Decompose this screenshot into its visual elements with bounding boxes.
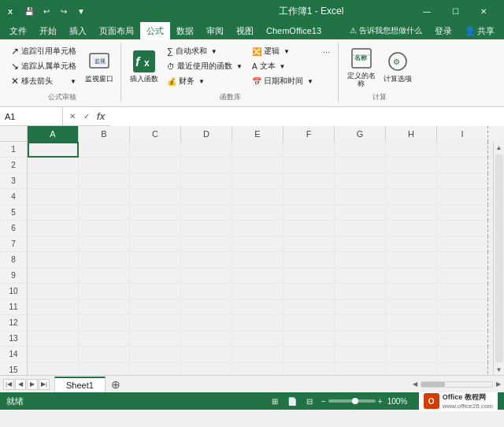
autosum-btn[interactable]: ∑ 自动求和 ▼	[164, 44, 246, 58]
cell-F8[interactable]	[284, 252, 335, 268]
cell-H6[interactable]	[386, 221, 437, 236]
cell-A6[interactable]	[28, 221, 79, 236]
cell-H4[interactable]	[386, 189, 437, 205]
cell-B13[interactable]	[79, 331, 130, 347]
cell-G15[interactable]	[335, 362, 386, 375]
cell-I10[interactable]	[437, 284, 488, 299]
cell-A7[interactable]	[28, 236, 79, 252]
datetime-dropdown[interactable]: ▼	[307, 78, 313, 85]
defined-names-btn[interactable]: 名称 定义的名称	[345, 44, 378, 90]
cell-B3[interactable]	[79, 173, 130, 189]
cell-G11[interactable]	[335, 299, 386, 315]
cell-I1[interactable]	[437, 142, 488, 158]
menu-data[interactable]: 数据	[170, 22, 200, 39]
logic-dropdown[interactable]: ▼	[284, 48, 290, 55]
insert-function-formula-btn[interactable]: fx	[94, 110, 107, 123]
cell-H15[interactable]	[386, 362, 437, 375]
cell-D5[interactable]	[181, 205, 232, 221]
watch-window-btn[interactable]: 监视 监视窗口	[83, 44, 116, 88]
cell-C15[interactable]	[130, 362, 181, 375]
cell-A4[interactable]	[28, 189, 79, 205]
cell-A10[interactable]	[28, 284, 79, 299]
cell-G12[interactable]	[335, 315, 386, 331]
cell-F4[interactable]	[284, 189, 335, 205]
calc-options-btn[interactable]: ⚙ 计算选项	[381, 44, 414, 88]
cell-E8[interactable]	[232, 252, 284, 268]
cell-I5[interactable]	[437, 205, 488, 221]
cell-I9[interactable]	[437, 268, 488, 284]
add-sheet-button[interactable]: ⊕	[109, 377, 123, 392]
share-btn[interactable]: 👤共享	[458, 22, 501, 39]
row-header-7[interactable]: 7	[0, 236, 27, 252]
cell-I13[interactable]	[437, 331, 488, 347]
cell-H8[interactable]	[386, 252, 437, 268]
text-btn[interactable]: A 文本 ▼	[249, 59, 317, 73]
cell-A5[interactable]	[28, 205, 79, 221]
maximize-button[interactable]: ☐	[441, 0, 469, 22]
cell-B5[interactable]	[79, 205, 130, 221]
row-header-10[interactable]: 10	[0, 284, 27, 299]
cell-E10[interactable]	[232, 284, 284, 299]
next-sheet-btn[interactable]: ▶	[27, 379, 38, 390]
qa-dropdown-btn[interactable]: ▼	[74, 4, 88, 18]
cell-G2[interactable]	[335, 158, 386, 173]
row-header-13[interactable]: 13	[0, 331, 27, 347]
undo-qa-btn[interactable]: ↩	[39, 4, 54, 18]
cell-G6[interactable]	[335, 221, 386, 236]
cell-F1[interactable]	[284, 142, 335, 158]
row-header-6[interactable]: 6	[0, 221, 27, 236]
row-header-2[interactable]: 2	[0, 158, 27, 173]
more-functions-btn[interactable]: ⋯	[320, 46, 333, 60]
col-header-C[interactable]: C	[130, 126, 181, 142]
cell-D2[interactable]	[181, 158, 232, 173]
cell-H14[interactable]	[386, 347, 437, 362]
cell-I12[interactable]	[437, 315, 488, 331]
cell-E5[interactable]	[232, 205, 284, 221]
confirm-formula-btn[interactable]: ✓	[80, 110, 93, 123]
cell-B1[interactable]	[79, 142, 130, 158]
cell-E2[interactable]	[232, 158, 284, 173]
menu-file[interactable]: 文件	[3, 22, 33, 39]
cell-D9[interactable]	[181, 268, 232, 284]
row-header-14[interactable]: 14	[0, 347, 27, 362]
last-sheet-btn[interactable]: ▶|	[39, 379, 50, 390]
cell-E13[interactable]	[232, 331, 284, 347]
row-header-12[interactable]: 12	[0, 315, 27, 331]
col-header-I[interactable]: I	[437, 126, 488, 142]
cell-C2[interactable]	[130, 158, 181, 173]
cell-I15[interactable]	[437, 362, 488, 375]
cell-D6[interactable]	[181, 221, 232, 236]
cell-C9[interactable]	[130, 268, 181, 284]
remove-arrows-dropdown[interactable]: ▼	[70, 78, 76, 85]
cell-B9[interactable]	[79, 268, 130, 284]
cell-F5[interactable]	[284, 205, 335, 221]
cell-A9[interactable]	[28, 268, 79, 284]
cell-B4[interactable]	[79, 189, 130, 205]
row-header-3[interactable]: 3	[0, 173, 27, 189]
horizontal-scroll-track[interactable]	[421, 381, 493, 388]
cell-B15[interactable]	[79, 362, 130, 375]
close-button[interactable]: ✕	[469, 0, 498, 22]
cell-H12[interactable]	[386, 315, 437, 331]
cell-H1[interactable]	[386, 142, 437, 158]
tell-me[interactable]: ⚠ 告诉我您想做什么	[343, 22, 428, 39]
normal-view-btn[interactable]: ⊞	[268, 395, 282, 407]
trace-dependents-btn[interactable]: ↘ 追踪从属单元格	[8, 59, 80, 73]
name-box[interactable]: A1	[0, 107, 63, 126]
row-header-8[interactable]: 8	[0, 252, 27, 268]
scroll-left-btn[interactable]: ◀	[410, 379, 421, 390]
cell-F6[interactable]	[284, 221, 335, 236]
recent-functions-btn[interactable]: ⏱ 最近使用的函数 ▼	[164, 59, 246, 73]
col-header-H[interactable]: H	[386, 126, 437, 142]
scroll-right-btn[interactable]: ▶	[493, 379, 504, 390]
cell-C13[interactable]	[130, 331, 181, 347]
cell-D1[interactable]	[181, 142, 232, 158]
cell-F15[interactable]	[284, 362, 335, 375]
cell-I8[interactable]	[437, 252, 488, 268]
cell-D15[interactable]	[181, 362, 232, 375]
cell-B11[interactable]	[79, 299, 130, 315]
cell-G3[interactable]	[335, 173, 386, 189]
cell-A13[interactable]	[28, 331, 79, 347]
cell-H7[interactable]	[386, 236, 437, 252]
remove-arrows-btn[interactable]: ✕ 移去箭头 ▼	[8, 74, 80, 88]
